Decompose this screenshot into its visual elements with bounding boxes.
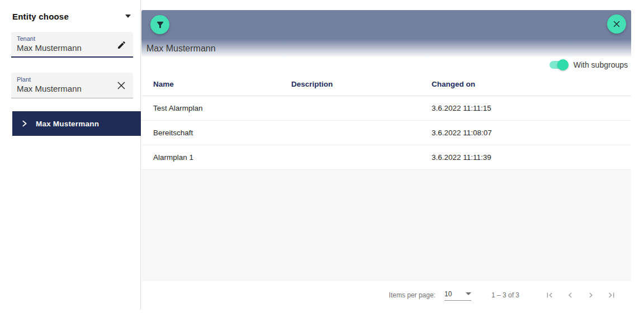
- column-header-changed-on: Changed on: [432, 80, 631, 88]
- tenant-label: Tenant: [17, 35, 110, 42]
- subgroups-toggle-label: With subgroups: [574, 60, 628, 69]
- previous-page-icon: [565, 290, 575, 300]
- tenant-edit-button[interactable]: [115, 39, 127, 51]
- table-header-row: Name Description Changed on: [141, 73, 631, 96]
- cell-name: Alarmplan 1: [141, 153, 291, 162]
- filter-funnel-icon: [155, 20, 165, 30]
- filter-button[interactable]: [150, 15, 169, 34]
- first-page-icon: [544, 290, 555, 300]
- page-size-caret-icon: [466, 292, 471, 295]
- plant-field: Plant Max Mustermann: [11, 73, 133, 98]
- plant-clear-button[interactable]: [115, 79, 127, 92]
- entity-choose-header: Entity choose: [12, 10, 131, 22]
- chevron-right-icon[interactable]: [21, 120, 29, 127]
- table-row[interactable]: Bereitschaft 3.6.2022 11:08:07: [141, 121, 631, 145]
- column-header-description: Description: [291, 80, 432, 88]
- entity-choose-title: Entity choose: [12, 12, 69, 21]
- cell-changed-on: 3.6.2022 11:08:07: [432, 129, 631, 137]
- previous-page-button[interactable]: [563, 288, 577, 302]
- tenant-field: Tenant Max Mustermann: [11, 32, 133, 58]
- subgroups-toggle[interactable]: [550, 59, 569, 70]
- plant-value: Max Mustermann: [17, 84, 110, 93]
- next-page-button[interactable]: [584, 288, 598, 302]
- cell-name: Bereitschaft: [141, 129, 291, 137]
- items-per-page-label: Items per page:: [389, 291, 435, 299]
- first-page-button[interactable]: [542, 288, 557, 302]
- last-page-button[interactable]: [604, 288, 619, 302]
- cell-changed-on: 3.6.2022 11:11:15: [432, 104, 631, 112]
- close-x-icon: [612, 19, 622, 29]
- tree-item-label: Max Mustermann: [36, 120, 99, 128]
- close-button[interactable]: [607, 15, 626, 34]
- cell-changed-on: 3.6.2022 11:11:39: [432, 153, 631, 162]
- table-row[interactable]: Alarmplan 1 3.6.2022 11:11:39: [141, 145, 631, 170]
- paginator: Items per page: 10 1 – 3 of 3: [141, 281, 631, 309]
- next-page-icon: [586, 290, 596, 300]
- page-range-label: 1 – 3 of 3: [491, 291, 519, 299]
- table-row[interactable]: Test Alarmplan 3.6.2022 11:11:15: [141, 96, 631, 121]
- tenant-value: Max Mustermann: [17, 43, 110, 53]
- clear-x-icon: [116, 80, 126, 91]
- column-header-name: Name: [141, 80, 291, 88]
- entity-sidebar: Entity choose Tenant Max Mustermann Plan…: [0, 0, 141, 310]
- cell-name: Test Alarmplan: [141, 104, 291, 112]
- panel-header-bar: [141, 10, 631, 39]
- page-size-value: 10: [444, 290, 452, 298]
- collapse-caret-icon[interactable]: [125, 15, 131, 18]
- panel-title: Max Mustermann: [146, 44, 216, 54]
- plant-label: Plant: [17, 76, 110, 83]
- page-size-select[interactable]: 10: [444, 290, 471, 301]
- sidebar-item-max-mustermann[interactable]: Max Mustermann: [12, 111, 141, 136]
- last-page-icon: [607, 290, 617, 300]
- toggle-thumb[interactable]: [557, 59, 569, 70]
- table-empty-area: [141, 170, 631, 281]
- edit-pencil-icon: [117, 40, 126, 50]
- subgroups-toggle-row: With subgroups: [141, 58, 628, 72]
